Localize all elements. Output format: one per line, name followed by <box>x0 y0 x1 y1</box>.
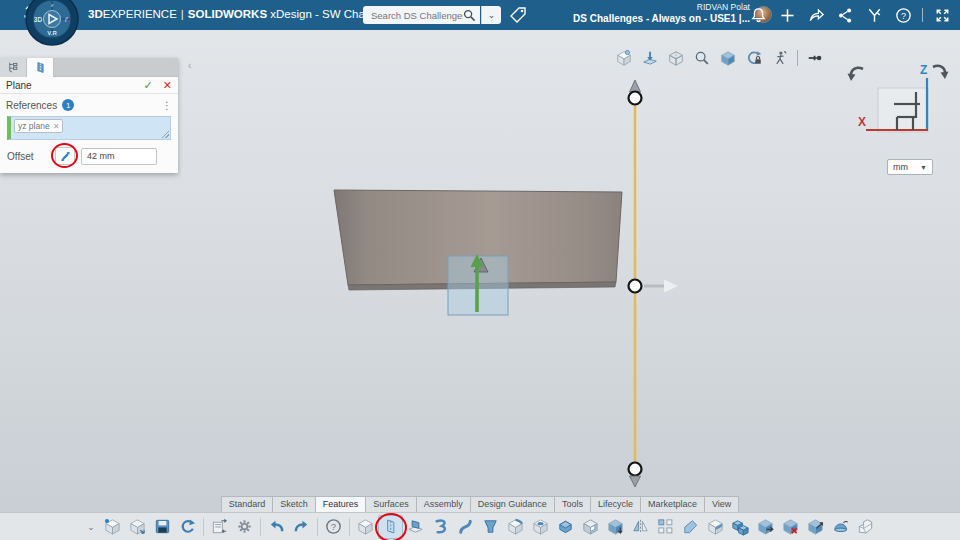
ribbon-tab-features[interactable]: Features <box>316 496 367 512</box>
share-icon[interactable] <box>806 5 826 25</box>
properties-button[interactable] <box>207 515 232 539</box>
design-tree-tab[interactable] <box>0 58 27 77</box>
offset-label: Offset <box>7 151 49 162</box>
undo-button[interactable] <box>264 515 289 539</box>
search-box[interactable] <box>363 6 480 24</box>
search-input[interactable] <box>371 10 463 21</box>
revolve-button[interactable] <box>428 515 453 539</box>
panel-collapse-icon[interactable]: ‹ <box>188 60 191 71</box>
x-axis-label[interactable]: X <box>858 115 866 129</box>
view-toolbar <box>612 47 827 68</box>
axis-handle-bottom[interactable] <box>629 463 642 476</box>
toolbar-collapse-icon[interactable]: ⌄ <box>84 515 98 539</box>
cancel-button[interactable]: ✕ <box>163 79 172 92</box>
references-count-badge: 1 <box>62 99 74 111</box>
references-row: References 1 ⋮ <box>0 96 178 114</box>
ribbon-tab-design-guidance[interactable]: Design Guidance <box>471 496 555 512</box>
confirm-button[interactable]: ✓ <box>144 79 153 92</box>
loft-button[interactable] <box>478 515 503 539</box>
offset-value-input[interactable] <box>81 148 157 165</box>
ribbon-tab-view[interactable]: View <box>705 496 739 512</box>
view-toolbar-divider <box>797 50 798 66</box>
intersect-button[interactable] <box>753 515 778 539</box>
dome-button[interactable] <box>828 515 853 539</box>
combine-button[interactable] <box>728 515 753 539</box>
3dexperience-compass[interactable]: ʸ 3D i′ V,R <box>24 0 80 51</box>
ribbon-tab-lifecycle[interactable]: Lifecycle <box>591 496 641 512</box>
compass-west-label[interactable]: 3D <box>34 16 43 23</box>
flip-direction-button[interactable] <box>55 147 75 165</box>
sweep-button[interactable] <box>453 515 478 539</box>
assistant-icon[interactable] <box>864 5 884 25</box>
brand-separator: | <box>181 8 184 20</box>
move-face-button[interactable] <box>603 515 628 539</box>
primitive-box-button[interactable] <box>353 515 378 539</box>
panel-tabs <box>0 58 178 77</box>
network-icon[interactable] <box>835 5 855 25</box>
resize-handle[interactable] <box>162 131 169 138</box>
delete-face-button[interactable] <box>778 515 803 539</box>
pin-icon[interactable] <box>803 47 827 68</box>
shaded-view-icon[interactable] <box>716 47 740 68</box>
units-dropdown[interactable]: mm ▼ <box>887 159 933 175</box>
view-orientation-icon[interactable] <box>612 47 636 68</box>
save-button[interactable] <box>150 515 175 539</box>
ribbon-tab-standard[interactable]: Standard <box>221 496 274 512</box>
pattern-button[interactable] <box>653 515 678 539</box>
redo-button[interactable] <box>289 515 314 539</box>
z-axis-label[interactable]: Z <box>920 63 927 77</box>
app-title: 3DEXPERIENCE|SOLIDWORKS xDesign - SW Cha… <box>88 8 409 20</box>
references-selection-box[interactable]: yz plane ✕ <box>7 116 171 140</box>
help-button[interactable]: ? <box>321 515 346 539</box>
rotate-left-icon[interactable] <box>846 64 868 88</box>
ribbon-tab-marketplace[interactable]: Marketplace <box>641 496 705 512</box>
drag-arrow-head[interactable] <box>664 280 678 293</box>
plane-button[interactable] <box>378 515 403 539</box>
sync-button[interactable] <box>175 515 200 539</box>
ribbon-tab-tools[interactable]: Tools <box>555 496 591 512</box>
property-panel: Plane ✓ ✕ References 1 ⋮ yz plane ✕ Offs… <box>0 58 178 173</box>
compass-south-label[interactable]: V,R <box>47 30 57 36</box>
rib-button[interactable] <box>678 515 703 539</box>
notifications-icon[interactable] <box>748 5 768 25</box>
search-options-dropdown[interactable]: ⌄ <box>481 6 501 24</box>
extrude-button[interactable] <box>403 515 428 539</box>
replace-face-button[interactable] <box>703 515 728 539</box>
split-button[interactable] <box>803 515 828 539</box>
display-style-icon[interactable] <box>664 47 688 68</box>
ribbon-tab-surfaces[interactable]: Surfaces <box>366 496 417 512</box>
ribbon-tab-assembly[interactable]: Assembly <box>417 496 471 512</box>
settings-button[interactable] <box>232 515 257 539</box>
ribbon-tab-bar: StandardSketchFeaturesSurfacesAssemblyDe… <box>0 496 960 512</box>
session-context[interactable]: DS Challenges - Always on - USE1 |... <box>573 13 750 26</box>
rotate-right-icon[interactable] <box>928 62 950 86</box>
open-button[interactable] <box>125 515 150 539</box>
mirror-button[interactable] <box>628 515 653 539</box>
topbar-icons: ? <box>748 5 952 25</box>
tag-icon[interactable] <box>508 5 528 25</box>
shell-button[interactable] <box>578 515 603 539</box>
axis-handle-top[interactable] <box>629 92 642 105</box>
add-icon[interactable] <box>777 5 797 25</box>
reference-chip[interactable]: yz plane ✕ <box>14 119 63 133</box>
svg-text:?: ? <box>331 521 336 532</box>
corner-button[interactable] <box>853 515 878 539</box>
plane-feature-tab[interactable] <box>27 58 54 77</box>
search-icon[interactable] <box>463 9 476 22</box>
help-icon[interactable]: ? <box>893 5 913 25</box>
chevron-down-icon: ▼ <box>920 164 927 171</box>
zoom-icon[interactable] <box>690 47 714 68</box>
chamfer-button[interactable] <box>553 515 578 539</box>
ribbon-tab-sketch[interactable]: Sketch <box>273 496 316 512</box>
hole-button[interactable] <box>528 515 553 539</box>
remove-reference-icon[interactable]: ✕ <box>53 122 60 131</box>
fullscreen-icon[interactable] <box>932 5 952 25</box>
compass-north-label[interactable]: ʸ <box>50 2 54 9</box>
normal-to-icon[interactable] <box>638 47 662 68</box>
more-options-icon[interactable]: ⋮ <box>162 100 172 111</box>
fillet-button[interactable] <box>503 515 528 539</box>
rotate-lock-icon[interactable] <box>742 47 766 68</box>
new-part-button[interactable] <box>100 515 125 539</box>
walkthrough-icon[interactable] <box>768 47 792 68</box>
axis-handle-middle[interactable] <box>629 280 642 293</box>
